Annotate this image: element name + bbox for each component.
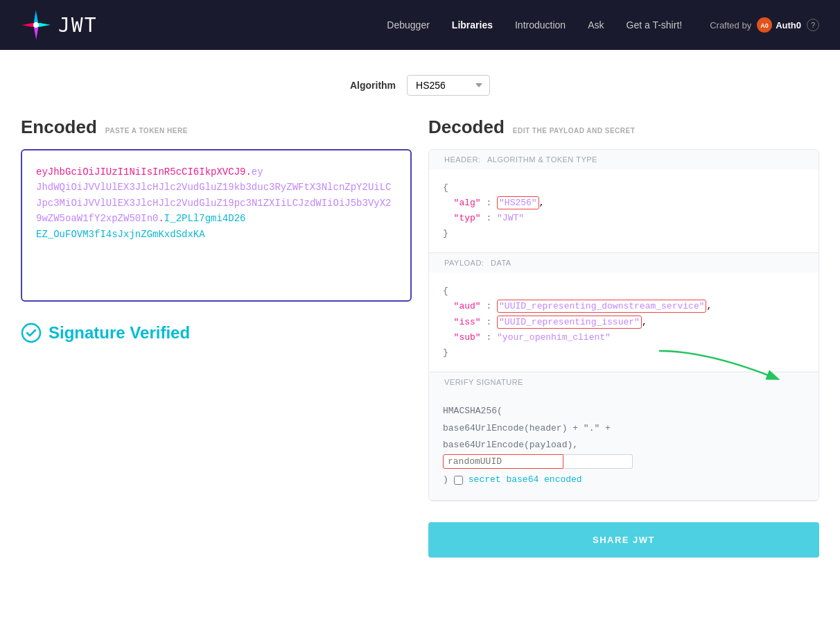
payload-label: PAYLOAD:: [444, 259, 484, 267]
svg-point-11: [22, 324, 40, 342]
payload-section: PAYLOAD: DATA { "aud" : "UUID_representi…: [429, 253, 819, 372]
green-arrow-icon: [652, 344, 791, 386]
help-icon[interactable]: ?: [807, 19, 819, 31]
decoded-subtitle: EDIT THE PAYLOAD AND SECRET: [513, 127, 635, 135]
auth0-label: Auth0: [776, 20, 801, 31]
share-button-container: SHARE JWT: [428, 522, 819, 558]
secret-input-row: [443, 454, 805, 469]
verified-check-icon: [21, 322, 42, 343]
payload-aud-colon: :: [481, 301, 497, 311]
page-content: Algorithm HS256 HS384 HS512 RS256 RS384 …: [0, 50, 840, 585]
payload-aud-key: "aud": [454, 301, 481, 311]
algorithm-select[interactable]: HS256 HS384 HS512 RS256 RS384 RS512: [407, 75, 490, 96]
close-paren: ): [443, 472, 448, 489]
payload-iss-colon: :: [481, 317, 497, 327]
encoded-subtitle: PASTE A TOKEN HERE: [105, 127, 188, 135]
main-columns: Encoded PASTE A TOKEN HERE eyJhbGciOiJIU…: [21, 117, 819, 558]
algorithm-label: Algorithm: [350, 80, 396, 91]
verify-label: VERIFY SIGNATURE: [444, 378, 523, 386]
decoded-title: Decoded: [428, 117, 505, 138]
encoded-header: Encoded PASTE A TOKEN HERE: [21, 117, 412, 138]
header-open-brace: {: [443, 182, 448, 193]
nav-debugger[interactable]: Debugger: [387, 19, 430, 31]
encoded-dot: .: [158, 213, 164, 224]
header-body[interactable]: { "alg" : "HS256", "typ" : "JWT" }: [429, 169, 819, 252]
encoded-title: Encoded: [21, 117, 97, 138]
auth0-badge: A0 Auth0: [757, 17, 801, 33]
nav-ask[interactable]: Ask: [588, 19, 604, 31]
svg-text:A0: A0: [760, 22, 769, 29]
encoded-box[interactable]: eyJhbGciOiJIUzI1NiIsInR5cCI6IkpXVCJ9.eyJ…: [21, 149, 412, 302]
payload-iss-value: "UUID_representing_issuer": [497, 316, 642, 329]
decoded-column: Decoded EDIT THE PAYLOAD AND SECRET HEAD…: [428, 117, 819, 558]
header-section: HEADER: ALGORITHM & TOKEN TYPE { "alg" :…: [429, 150, 819, 253]
header-label: HEADER:: [444, 155, 480, 164]
secret-value-input[interactable]: [563, 454, 633, 469]
header-typ-colon: :: [481, 213, 497, 223]
verify-line3: base64UrlEncode(payload),: [443, 440, 578, 450]
verify-line2: base64UrlEncode(header) + "." +: [443, 423, 611, 433]
logo-text: JWT: [58, 14, 98, 37]
secret-base64-link[interactable]: secret base64 encoded: [469, 472, 582, 489]
crafted-label: Crafted by: [710, 20, 751, 31]
verify-func: HMACSHA256(: [443, 406, 502, 416]
header-section-label: HEADER: ALGORITHM & TOKEN TYPE: [429, 150, 819, 169]
payload-sub-key: "sub": [454, 332, 481, 343]
nav-links: Debugger Libraries Introduction Ask Get …: [387, 19, 682, 31]
encoded-red-part: eyJhbGciOiJIUzI1NiIsInR5cCI6IkpXVCJ9.: [36, 166, 252, 178]
logo: JWT: [21, 10, 98, 40]
nav-libraries[interactable]: Libraries: [452, 19, 493, 31]
payload-section-label: PAYLOAD: DATA: [429, 253, 819, 273]
payload-iss-key: "iss": [454, 317, 481, 327]
decoded-header: Decoded EDIT THE PAYLOAD AND SECRET: [428, 117, 819, 138]
payload-sub-colon: :: [481, 332, 497, 343]
payload-aud-value: "UUID_representing_downstream_service": [497, 300, 706, 313]
encoded-column: Encoded PASTE A TOKEN HERE eyJhbGciOiJIU…: [21, 117, 412, 343]
navbar: JWT Debugger Libraries Introduction Ask …: [0, 0, 840, 50]
header-typ-value: "JWT": [497, 213, 524, 223]
verify-checkbox-row: ) secret base64 encoded: [443, 472, 805, 489]
encoded-text: eyJhbGciOiJIUzI1NiIsInR5cCI6IkpXVCJ9.eyJ…: [36, 164, 396, 242]
header-sublabel: ALGORITHM & TOKEN TYPE: [487, 155, 597, 164]
payload-close-brace: }: [443, 347, 448, 358]
payload-sub-value: "your_openhim_client": [497, 332, 611, 343]
algorithm-row: Algorithm HS256 HS384 HS512 RS256 RS384 …: [21, 75, 819, 96]
header-typ-key: "typ": [454, 213, 481, 223]
payload-body[interactable]: { "aud" : "UUID_representing_downstream_…: [429, 273, 819, 371]
nav-introduction[interactable]: Introduction: [515, 19, 566, 31]
signature-verified: Signature Verified: [21, 322, 412, 343]
jwt-logo-icon: [21, 10, 51, 40]
header-close-brace: }: [443, 228, 448, 239]
signature-verified-text: Signature Verified: [49, 323, 190, 343]
verify-section: VERIFY SIGNATURE HMACSHA256( base64UrlEn…: [429, 372, 819, 501]
verify-body: HMACSHA256( base64UrlEncode(header) + ".…: [429, 392, 819, 500]
svg-point-8: [33, 22, 39, 28]
payload-sublabel: DATA: [491, 259, 511, 267]
base64-checkbox[interactable]: [454, 476, 463, 485]
header-alg-value: "HS256": [497, 196, 539, 209]
nav-tshirt[interactable]: Get a T-shirt!: [627, 19, 683, 31]
header-alg-key: "alg": [454, 198, 481, 208]
decoded-box: HEADER: ALGORITHM & TOKEN TYPE { "alg" :…: [428, 149, 819, 501]
payload-open-brace: {: [443, 286, 448, 296]
auth0-icon: A0: [757, 17, 772, 33]
secret-placeholder-input[interactable]: [443, 454, 563, 469]
header-alg-colon: :: [481, 198, 497, 208]
share-jwt-button[interactable]: SHARE JWT: [428, 522, 819, 558]
crafted-by: Crafted by A0 Auth0 ?: [710, 17, 819, 33]
